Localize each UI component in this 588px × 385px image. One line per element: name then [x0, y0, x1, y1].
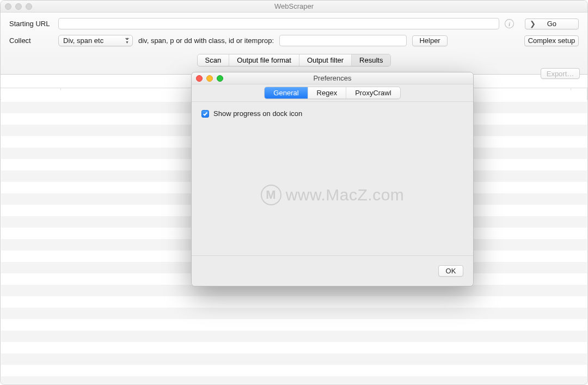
chevron-right-icon: ❯ [530, 20, 536, 28]
close-icon[interactable] [5, 3, 11, 10]
preferences-tabs: General Regex ProxyCrawl [264, 87, 400, 99]
main-titlebar: WebScraper [1, 1, 587, 13]
mode-segmented-control: Scan Output file format Output filter Re… [197, 54, 391, 66]
preferences-title: Preferences [192, 74, 473, 82]
tab-general[interactable]: General [265, 87, 308, 99]
collect-label: Collect [9, 36, 53, 45]
tab-results[interactable]: Results [352, 54, 390, 66]
zoom-icon[interactable] [26, 3, 32, 10]
watermark-logo-icon: M [261, 185, 281, 205]
tab-regex[interactable]: Regex [308, 87, 347, 99]
table-row [1, 342, 587, 353]
close-icon[interactable] [196, 75, 203, 82]
traffic-lights-inactive [5, 3, 32, 10]
check-icon [203, 111, 208, 117]
complex-setup-label: Complex setup [528, 36, 575, 45]
preferences-window: Preferences General Regex ProxyCrawl Sho… [191, 72, 474, 286]
table-row [1, 331, 587, 342]
export-button-label: Export… [547, 70, 574, 78]
tab-scan[interactable]: Scan [198, 54, 230, 66]
toolbar: Starting URL i ❯ Go Collect Div, span et… [1, 13, 587, 75]
helper-button[interactable]: Helper [412, 35, 448, 46]
go-button[interactable]: ❯ Go [525, 19, 579, 29]
tab-output-file-format[interactable]: Output file format [229, 54, 299, 66]
table-row [1, 365, 587, 376]
table-row [1, 353, 587, 365]
preferences-footer: OK [192, 255, 473, 286]
window-title: WebScraper [1, 2, 587, 10]
preferences-body: Show progress on dock icon M www.MacZ.co… [192, 102, 473, 255]
table-row [1, 296, 587, 308]
preferences-titlebar: Preferences [192, 72, 473, 84]
zoom-icon[interactable] [217, 75, 223, 82]
collect-select[interactable]: Div, span etc ▲▼ [58, 35, 133, 46]
table-row [1, 319, 587, 331]
collect-hint: div, span, p or dd with class, id or ite… [138, 36, 274, 45]
complex-setup-button[interactable]: Complex setup [524, 35, 579, 46]
tab-output-filter[interactable]: Output filter [299, 54, 352, 66]
ok-button-label: OK [446, 267, 456, 275]
tab-proxycrawl[interactable]: ProxyCrawl [346, 87, 400, 99]
select-arrows-icon: ▲▼ [125, 36, 129, 44]
export-button[interactable]: Export… [541, 68, 580, 79]
minimize-icon[interactable] [206, 75, 213, 82]
ok-button[interactable]: OK [438, 265, 463, 277]
starting-url-label: Starting URL [9, 20, 53, 28]
show-progress-checkbox[interactable] [201, 110, 209, 118]
collect-select-value: Div, span etc [63, 36, 103, 45]
show-progress-label: Show progress on dock icon [213, 109, 302, 118]
table-row [1, 285, 587, 296]
table-row [1, 376, 587, 384]
table-row [1, 308, 587, 319]
collect-input[interactable] [279, 35, 407, 46]
helper-button-label: Helper [419, 36, 440, 45]
prefs-traffic-lights [196, 75, 223, 82]
watermark: M www.MacZ.com [192, 185, 473, 205]
watermark-text: www.MacZ.com [286, 186, 405, 204]
starting-url-input[interactable] [58, 18, 499, 29]
go-button-label: Go [547, 20, 556, 28]
minimize-icon[interactable] [15, 3, 22, 10]
info-icon[interactable]: i [505, 19, 514, 28]
